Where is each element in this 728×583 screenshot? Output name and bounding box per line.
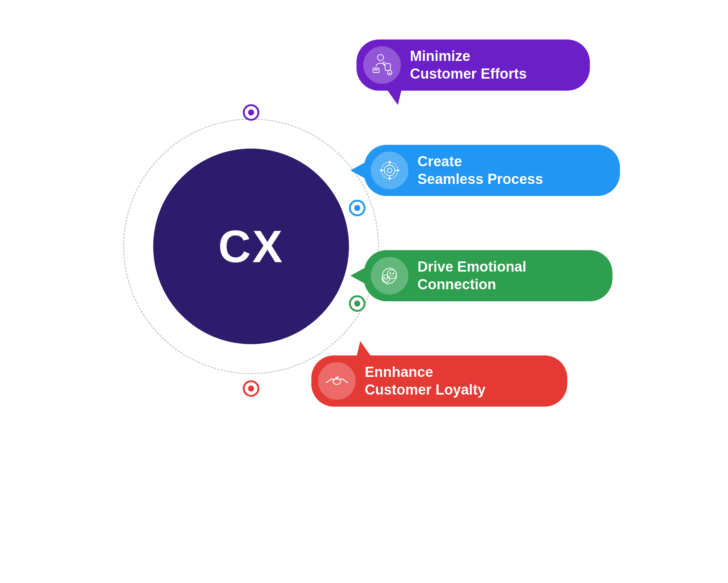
- customer-efforts-icon: ★: [370, 53, 394, 77]
- seamless-process-label: CreateSeamless Process: [417, 153, 543, 188]
- cx-circle: CX: [153, 149, 349, 344]
- customer-efforts-icon-circle: ★: [363, 46, 401, 84]
- svg-point-8: [384, 165, 395, 176]
- connector-dot-3: [349, 295, 366, 312]
- card-create-seamless-process: CreateSeamless Process: [364, 145, 620, 196]
- cx-label: CX: [218, 220, 284, 272]
- card-minimize-customer-efforts: ★ MinimizeCustomer Efforts: [356, 39, 590, 91]
- card-enhance-customer-loyalty: EnnhanceCustomer Loyalty: [311, 355, 567, 407]
- svg-point-15: [390, 273, 391, 274]
- connector-dot-4: [243, 380, 259, 397]
- svg-point-17: [382, 275, 390, 282]
- diagram-container: CX: [101, 28, 627, 555]
- customer-loyalty-label: EnnhanceCustomer Loyalty: [365, 363, 486, 399]
- svg-point-0: [378, 55, 384, 61]
- emotional-connection-icon: [378, 264, 402, 288]
- customer-loyalty-icon-circle: [318, 362, 356, 400]
- connector-dot-1: [243, 104, 259, 121]
- svg-text:★: ★: [388, 71, 391, 75]
- emotional-connection-icon-circle: [371, 257, 408, 295]
- svg-point-9: [387, 168, 392, 173]
- connector-dot-2: [349, 200, 366, 216]
- seamless-process-icon: [378, 158, 402, 182]
- svg-point-18: [384, 278, 385, 279]
- customer-loyalty-icon: [325, 369, 349, 393]
- svg-point-19: [387, 278, 388, 279]
- seamless-process-icon-circle: [371, 152, 408, 189]
- minimize-efforts-label: MinimizeCustomer Efforts: [410, 47, 527, 83]
- svg-rect-1: [385, 64, 390, 70]
- svg-point-14: [387, 270, 396, 279]
- card-drive-emotional-connection: Drive EmotionalConnection: [364, 250, 612, 301]
- svg-point-16: [393, 273, 394, 274]
- emotional-connection-label: Drive EmotionalConnection: [417, 258, 526, 294]
